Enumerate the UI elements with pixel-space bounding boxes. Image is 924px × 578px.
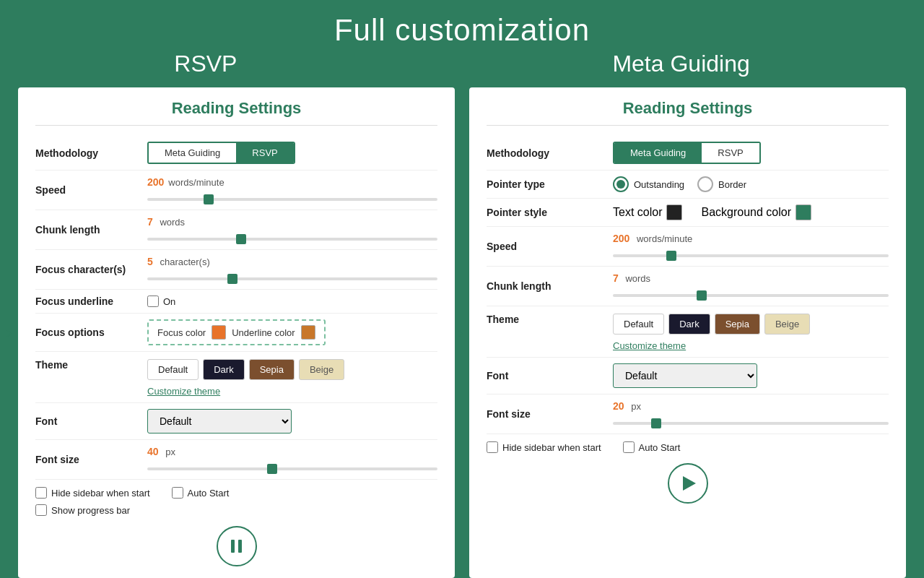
rsvp-nav-arrow[interactable]: › [6,324,12,342]
meta-border-label[interactable]: Border [697,176,746,192]
meta-speed-value: 200 [613,233,629,244]
rsvp-subtitle: RSVP [174,51,237,77]
rsvp-speed-value: 200 [147,176,164,188]
meta-theme-default[interactable]: Default [613,314,664,335]
meta-nav-arrow[interactable]: › [458,324,463,342]
rsvp-methodology-row: Methodology Meta Guiding RSVP [35,136,437,171]
rsvp-theme-beige[interactable]: Beige [299,359,344,380]
meta-text-color-swatch[interactable] [666,204,682,220]
rsvp-show-progress-label[interactable]: Show progress bar [35,504,150,516]
rsvp-font-size-row: Font size 40 px [35,440,437,480]
meta-theme-beige[interactable]: Beige [764,314,810,335]
meta-theme-buttons: Default Dark Sepia Beige [613,314,810,335]
rsvp-auto-start-text: Auto Start [188,488,230,499]
rsvp-font-label: Font [35,415,147,427]
meta-outstanding-radio[interactable] [613,176,629,192]
meta-bg-color-swatch[interactable] [796,204,811,220]
rsvp-speed-unit: words/minute [168,177,224,188]
meta-font-select[interactable]: Default Arial Times New Roman Georgia [613,363,757,388]
rsvp-underline-color-label: Underline color [232,327,295,338]
meta-font-size-label: Font size [487,408,613,420]
rsvp-theme-row: Theme Default Dark Sepia Beige Customize… [35,352,437,403]
rsvp-speed-slider[interactable] [147,198,437,201]
meta-hide-sidebar-checkbox[interactable] [487,441,498,453]
meta-chunk-row: Chunk length 7 words [487,267,889,306]
rsvp-methodology-meta[interactable]: Meta Guiding [149,143,236,163]
meta-speed-slider[interactable] [613,254,889,257]
rsvp-hide-sidebar-label[interactable]: Hide sidebar when start [35,487,150,499]
rsvp-font-control: Default Arial Times New Roman Georgia [147,409,437,434]
meta-pointer-style-control: Text color Background color [613,204,889,220]
meta-font-size-slider[interactable] [613,422,889,425]
rsvp-focus-chars-label: Focus character(s) [35,264,147,275]
meta-theme-control: Default Dark Sepia Beige Customize theme [613,314,889,351]
meta-methodology-meta[interactable]: Meta Guiding [614,143,702,163]
rsvp-hide-sidebar-text: Hide sidebar when start [51,488,150,499]
rsvp-theme-dark[interactable]: Dark [203,359,244,380]
meta-methodology-control: Meta Guiding RSVP [613,142,889,164]
meta-checkboxes-row: Hide sidebar when start Auto Start [487,434,889,456]
rsvp-auto-start-label[interactable]: Auto Start [172,487,230,499]
meta-outstanding-radio-inner [616,180,625,189]
rsvp-focus-underline-checkbox-label[interactable]: On [147,296,175,307]
rsvp-methodology-label: Methodology [35,147,147,159]
meta-checkboxes-left: Hide sidebar when start [487,441,601,453]
rsvp-chunk-unit: words [157,217,185,228]
rsvp-font-row: Font Default Arial Times New Roman Georg… [35,403,437,440]
meta-auto-start-text: Auto Start [639,442,681,453]
rsvp-chunk-label: Chunk length [35,224,147,236]
rsvp-checkboxes-right: Auto Start [172,487,230,516]
meta-pointer-type-label: Pointer type [487,178,613,190]
rsvp-focus-underline-checkbox[interactable] [147,296,159,307]
meta-theme-sepia[interactable]: Sepia [715,314,760,335]
rsvp-font-size-label: Font size [35,454,147,465]
rsvp-font-size-slider[interactable] [147,467,437,470]
rsvp-focus-chars-slider[interactable] [147,277,437,280]
meta-font-size-row: Font size 20 px [487,394,889,434]
rsvp-theme-label: Theme [35,359,147,371]
meta-speed-control: 200 words/minute [613,233,889,260]
meta-auto-start-checkbox[interactable] [623,441,635,453]
rsvp-hide-sidebar-checkbox[interactable] [35,487,47,499]
rsvp-theme-control: Default Dark Sepia Beige Customize theme [147,359,437,397]
rsvp-auto-start-checkbox[interactable] [172,487,183,499]
meta-chunk-unit: words [623,273,650,284]
meta-chunk-value: 7 [613,272,619,284]
rsvp-chunk-slider[interactable] [147,238,437,241]
rsvp-speed-label: Speed [35,184,147,196]
rsvp-panel-title: Reading Settings [35,99,437,126]
meta-methodology-rsvp[interactable]: RSVP [702,143,759,163]
meta-bg-color-label: Background color [701,206,791,219]
meta-border-radio[interactable] [697,176,713,192]
rsvp-focus-color-swatch[interactable] [212,325,226,340]
rsvp-chunk-control: 7 words [147,216,437,243]
rsvp-underline-color-swatch[interactable] [301,325,315,340]
rsvp-theme-default[interactable]: Default [147,359,199,380]
rsvp-speed-row: Speed 200 words/minute [35,171,437,210]
rsvp-font-select[interactable]: Default Arial Times New Roman Georgia [147,409,292,434]
meta-chunk-slider[interactable] [613,294,889,297]
rsvp-pause-button[interactable] [217,526,257,566]
meta-font-row: Font Default Arial Times New Roman Georg… [487,358,889,394]
rsvp-theme-sepia[interactable]: Sepia [249,359,295,380]
rsvp-show-progress-checkbox[interactable] [35,504,47,516]
meta-outstanding-label[interactable]: Outstanding [613,176,684,192]
meta-pointer-type-control: Outstanding Border [613,176,889,192]
rsvp-customize-theme-link[interactable]: Customize theme [147,386,344,397]
meta-hide-sidebar-text: Hide sidebar when start [502,442,601,453]
meta-theme-dark[interactable]: Dark [668,314,710,335]
rsvp-methodology-rsvp[interactable]: RSVP [236,143,293,163]
meta-customize-theme-link[interactable]: Customize theme [613,340,810,351]
rsvp-focus-color-box[interactable]: Focus color Underline color [147,319,326,345]
main-title: Full customization [0,13,924,48]
rsvp-show-progress-text: Show progress bar [51,505,130,516]
pause-bar-left [231,540,235,553]
meta-speed-label: Speed [487,241,613,252]
rsvp-checkboxes-row: Hide sidebar when start Show progress ba… [35,480,437,519]
meta-font-control: Default Arial Times New Roman Georgia [613,363,889,388]
meta-play-button[interactable] [668,463,708,504]
meta-auto-start-label[interactable]: Auto Start [623,441,681,453]
rsvp-chunk-value: 7 [147,216,153,228]
meta-hide-sidebar-label[interactable]: Hide sidebar when start [487,441,601,453]
rsvp-font-size-value: 40 [147,446,159,457]
